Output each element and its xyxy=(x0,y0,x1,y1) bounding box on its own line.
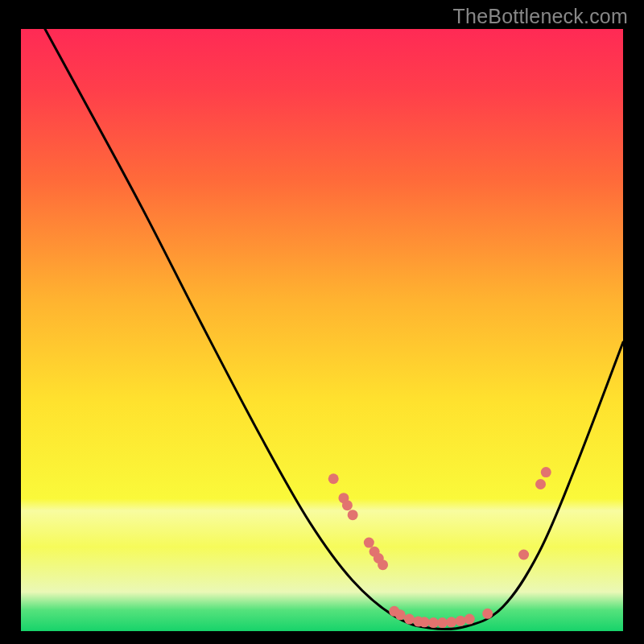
data-marker xyxy=(328,473,339,484)
data-marker xyxy=(446,617,456,627)
bottleneck-chart xyxy=(21,29,623,631)
data-marker xyxy=(518,550,529,560)
chart-frame xyxy=(21,29,623,631)
data-marker xyxy=(364,538,374,548)
data-marker xyxy=(395,609,406,620)
data-marker xyxy=(348,510,358,520)
watermark-text: TheBottleneck.com xyxy=(453,5,628,28)
data-marker xyxy=(535,479,546,489)
data-marker xyxy=(437,617,448,628)
data-marker xyxy=(378,559,388,570)
data-marker xyxy=(541,467,551,477)
data-marker xyxy=(464,614,475,625)
data-marker xyxy=(456,616,466,626)
data-marker xyxy=(482,609,493,619)
data-marker xyxy=(419,617,430,627)
data-marker xyxy=(428,617,439,628)
data-marker xyxy=(404,614,415,625)
data-marker xyxy=(342,500,353,510)
